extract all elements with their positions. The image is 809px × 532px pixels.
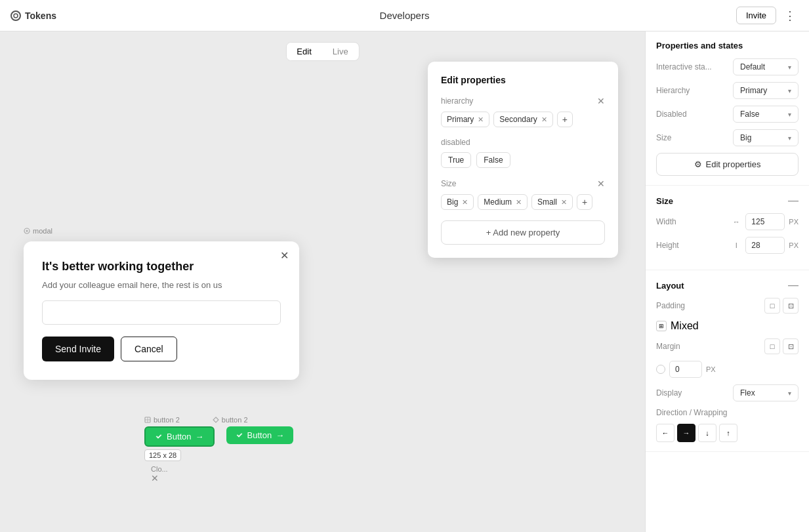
dropdown-arrow-5: ▾ xyxy=(788,390,791,397)
height-label: Height xyxy=(656,241,731,250)
modal-icon xyxy=(24,228,30,234)
modal-label-text: modal xyxy=(33,227,52,235)
hierarchy-dropdown[interactable]: Primary ▾ xyxy=(733,82,799,99)
dir-button-4[interactable]: ↑ xyxy=(719,424,737,442)
height-unit: PX xyxy=(789,241,799,249)
dir-button-1[interactable]: ← xyxy=(656,424,674,442)
live-button[interactable]: Live xyxy=(322,43,359,60)
padding-uniform-button[interactable]: □ xyxy=(764,298,780,314)
properties-states-section: Properties and states Interactive sta...… xyxy=(646,31,809,186)
width-unit: PX xyxy=(789,218,799,226)
cancel-button[interactable]: Cancel xyxy=(121,337,177,361)
margin-individual-button[interactable]: ⊡ xyxy=(783,338,799,354)
modal-actions: Send Invite Cancel xyxy=(42,337,281,361)
size-header-row: Size — xyxy=(656,195,799,207)
hierarchy-close-button[interactable]: ✕ xyxy=(597,96,605,106)
edit-button[interactable]: Edit xyxy=(286,43,322,60)
width-input[interactable] xyxy=(745,213,785,230)
hierarchy-label: hierarchy xyxy=(441,96,473,106)
hierarchy-section: hierarchy ✕ Primary ✕ Secondary ✕ + xyxy=(441,96,605,127)
size-dropdown[interactable]: Big ▾ xyxy=(733,129,799,146)
primary-tag-remove[interactable]: ✕ xyxy=(478,115,484,124)
size-section-header: Size ✕ xyxy=(441,178,605,189)
size-tags: Big ✕ Medium ✕ Small ✕ + xyxy=(441,194,605,210)
disabled-prop-label: Disabled xyxy=(656,110,733,119)
big-tag: Big ✕ xyxy=(441,194,474,210)
main-layout: Edit Live modal ✕ It's better working to… xyxy=(0,31,809,532)
modal-title: It's better working together xyxy=(42,260,281,274)
tokens-icon xyxy=(10,10,21,21)
dropdown-arrow-4: ▾ xyxy=(788,134,791,142)
height-input[interactable] xyxy=(745,237,785,254)
hierarchy-section-header: hierarchy ✕ xyxy=(441,96,605,106)
small-tag: Small ✕ xyxy=(531,194,573,210)
edit-properties-button[interactable]: ⚙ Edit properties xyxy=(656,153,799,176)
big-tag-remove[interactable]: ✕ xyxy=(462,198,468,207)
hierarchy-row: Hierarchy Primary ▾ xyxy=(656,82,799,99)
small-tag-remove[interactable]: ✕ xyxy=(561,198,567,207)
add-hierarchy-tag-button[interactable]: + xyxy=(557,112,573,127)
topbar-logo: Tokens xyxy=(10,10,56,21)
disabled-value: False xyxy=(740,110,759,119)
canvas: Edit Live modal ✕ It's better working to… xyxy=(0,31,645,532)
true-tag: True xyxy=(441,152,471,168)
margin-input-row: PX xyxy=(656,361,799,378)
link-icon-1 xyxy=(155,433,163,441)
display-row: Display Flex ▾ xyxy=(656,384,799,401)
right-panel: Properties and states Interactive sta...… xyxy=(645,31,809,532)
close-label: Clo... xyxy=(151,465,300,473)
modal-close-button[interactable]: ✕ xyxy=(280,249,289,262)
modal-description: Add your colleague email here, the rest … xyxy=(42,280,281,290)
add-new-property-button[interactable]: + Add new property xyxy=(441,220,605,245)
margin-unit: PX xyxy=(706,365,716,373)
size-close-button[interactable]: ✕ xyxy=(597,178,605,189)
green-button-2[interactable]: Button → xyxy=(226,426,294,444)
send-invite-button[interactable]: Send Invite xyxy=(42,337,114,361)
display-value: Flex xyxy=(740,388,755,398)
arrow-icon-1: → xyxy=(196,432,204,441)
button-text-1: Button xyxy=(167,432,192,441)
size-row: Size Big ▾ xyxy=(656,129,799,146)
close-x-button[interactable]: ✕ xyxy=(151,473,300,483)
dropdown-arrow-2: ▾ xyxy=(788,87,791,94)
invite-button[interactable]: Invite xyxy=(736,7,776,24)
display-dropdown[interactable]: Flex ▾ xyxy=(733,384,799,401)
secondary-tag: Secondary ✕ xyxy=(493,112,552,127)
margin-input[interactable] xyxy=(669,361,702,378)
medium-tag-remove[interactable]: ✕ xyxy=(516,198,522,207)
button2-label-text-2: button 2 xyxy=(222,416,248,424)
mixed-label: Mixed xyxy=(671,320,699,332)
padding-individual-button[interactable]: ⊡ xyxy=(783,298,799,314)
interactive-state-dropdown[interactable]: Default ▾ xyxy=(733,58,799,75)
medium-tag: Medium ✕ xyxy=(478,194,528,210)
dir-button-3[interactable]: ↓ xyxy=(698,424,716,442)
topbar-right: Invite ⋮ xyxy=(736,6,799,26)
height-row: Height I PX xyxy=(656,237,799,254)
green-button-selected[interactable]: Button → xyxy=(144,426,215,447)
interactive-state-label: Interactive sta... xyxy=(656,62,733,72)
add-size-tag-button[interactable]: + xyxy=(577,194,592,210)
size-collapse-button[interactable]: — xyxy=(788,195,799,207)
width-icon: ↔ xyxy=(731,218,741,226)
disabled-label: disabled xyxy=(441,138,470,147)
padding-label: Padding xyxy=(656,301,764,310)
topbar-logo-label: Tokens xyxy=(25,10,56,21)
secondary-tag-remove[interactable]: ✕ xyxy=(541,115,547,124)
topbar: Tokens Developers Invite ⋮ xyxy=(0,0,809,31)
email-input[interactable] xyxy=(42,300,281,325)
link-icon-2 xyxy=(236,432,243,440)
edit-live-toggle: Edit Live xyxy=(285,42,359,61)
size-prop-label: Size xyxy=(656,133,733,142)
modal-box: ✕ It's better working together Add your … xyxy=(24,241,299,380)
margin-uniform-button[interactable]: □ xyxy=(764,338,780,354)
more-button[interactable]: ⋮ xyxy=(781,6,799,26)
mixed-row: ⊞ Mixed xyxy=(656,320,799,332)
layout-panel-section: Layout — Padding □ ⊡ ⊞ Mixed Margin □ ⊡ xyxy=(646,270,809,452)
disabled-dropdown[interactable]: False ▾ xyxy=(733,106,799,123)
button-text-2: Button xyxy=(247,430,272,440)
width-row: Width ↔ PX xyxy=(656,213,799,230)
dir-button-2[interactable]: → xyxy=(677,424,695,442)
hierarchy-value: Primary xyxy=(740,86,767,95)
medium-tag-label: Medium xyxy=(484,197,512,207)
layout-collapse-button[interactable]: — xyxy=(788,279,799,291)
